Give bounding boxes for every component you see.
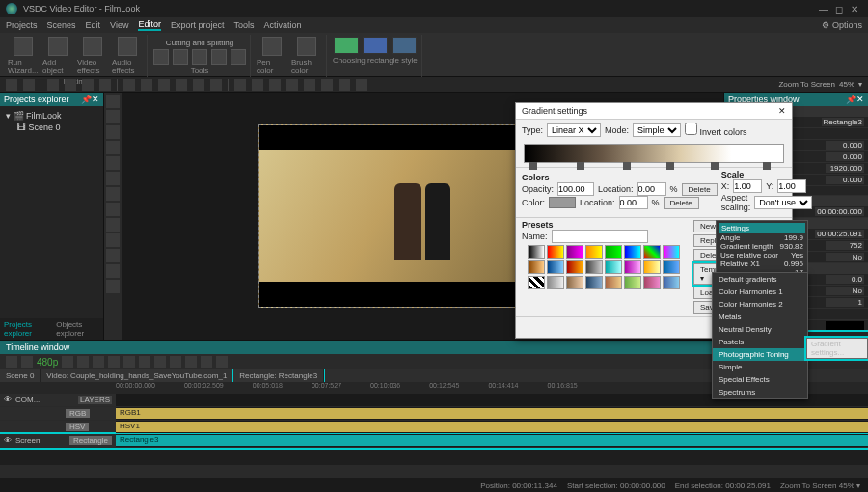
- tb-icon[interactable]: [210, 79, 222, 91]
- tl-icon[interactable]: [170, 356, 181, 368]
- tree-root[interactable]: ▾ 🎬 FilmLook: [6, 110, 97, 122]
- tb-icon[interactable]: [321, 79, 333, 91]
- menu-activation[interactable]: Activation: [263, 20, 301, 30]
- tb-icon[interactable]: [176, 79, 187, 91]
- tb-icon[interactable]: [304, 79, 315, 91]
- tool-icon[interactable]: [231, 49, 246, 65]
- tb-icon[interactable]: [23, 79, 35, 91]
- preset-swatch[interactable]: [624, 245, 641, 259]
- tb-icon[interactable]: [234, 79, 246, 91]
- preset-swatch[interactable]: [643, 245, 661, 259]
- menu-projects[interactable]: Projects: [6, 20, 38, 30]
- preset-swatch[interactable]: [566, 260, 583, 274]
- tb-icon[interactable]: [193, 79, 204, 91]
- vtool-icon[interactable]: [106, 218, 120, 232]
- preview-res[interactable]: 480p: [37, 357, 58, 368]
- preset-swatch[interactable]: [663, 245, 680, 259]
- tl-icon[interactable]: [93, 356, 104, 368]
- zoom-label[interactable]: Zoom To Screen: [778, 80, 835, 89]
- track-screen[interactable]: 👁ScreenRectangle Rectangle3: [0, 434, 868, 448]
- tl-tab-rect[interactable]: Rectangle: Rectangle3: [233, 369, 324, 382]
- preset-swatch[interactable]: [624, 276, 641, 289]
- tl-icon[interactable]: [77, 356, 89, 368]
- tab-projects-explorer[interactable]: Projects explorer: [4, 320, 48, 338]
- aspect-select[interactable]: Don't use: [754, 196, 812, 209]
- tb-icon[interactable]: [6, 79, 17, 91]
- vtool-icon[interactable]: [106, 172, 120, 185]
- tl-tab-video[interactable]: Video: Couple_holding_hands_SaveYouTube.…: [41, 369, 233, 382]
- color-swatch[interactable]: [549, 197, 576, 208]
- run-wizard-button[interactable]: Run Wizard...: [8, 37, 39, 75]
- maximize-button[interactable]: ◻: [831, 4, 847, 14]
- vtool-icon[interactable]: [106, 125, 120, 139]
- tb-icon[interactable]: [252, 79, 263, 91]
- preset-swatch[interactable]: [643, 276, 661, 289]
- preset-swatch[interactable]: [547, 245, 564, 259]
- preset-swatch[interactable]: [605, 245, 622, 259]
- dd-item-selected[interactable]: Photographic Toning: [713, 348, 807, 361]
- tool-icon[interactable]: [173, 49, 188, 65]
- tb-icon[interactable]: [65, 79, 76, 91]
- dd-item[interactable]: Simple: [713, 361, 807, 373]
- mode-select[interactable]: Simple: [633, 123, 681, 137]
- menu-tools[interactable]: Tools: [233, 20, 254, 30]
- tb-icon[interactable]: [123, 79, 135, 91]
- tl-icon[interactable]: [123, 356, 135, 368]
- preset-swatch[interactable]: [605, 260, 622, 274]
- vtool-icon[interactable]: [106, 264, 120, 278]
- tl-icon[interactable]: [201, 356, 212, 368]
- audio-effects-button[interactable]: Audio effects: [112, 37, 143, 75]
- opacity-input[interactable]: [557, 182, 594, 196]
- clip-rgb[interactable]: RGB1: [116, 408, 868, 419]
- dd-item[interactable]: Color Harmonies 1: [713, 286, 807, 298]
- rect-style-1[interactable]: [334, 37, 359, 54]
- preset-swatch[interactable]: [663, 276, 680, 289]
- tb-icon[interactable]: [141, 79, 152, 91]
- tl-tab-scene[interactable]: Scene 0: [0, 369, 41, 382]
- tb-icon[interactable]: [269, 79, 281, 91]
- vtool-icon[interactable]: [106, 233, 120, 247]
- tl-icon[interactable]: [62, 356, 73, 368]
- dd-item[interactable]: Metals: [713, 311, 807, 323]
- tb-icon[interactable]: [158, 79, 170, 91]
- panel-pin-icon[interactable]: 📌✕: [846, 95, 864, 104]
- scale-y-input[interactable]: [777, 179, 806, 193]
- delete-color-button[interactable]: Delete: [664, 197, 699, 209]
- scale-x-input[interactable]: [733, 179, 762, 193]
- preset-swatch[interactable]: [624, 260, 641, 274]
- vtool-icon[interactable]: [106, 110, 120, 123]
- menu-editor[interactable]: Editor: [138, 19, 161, 31]
- video-effects-button[interactable]: Video effects: [77, 37, 108, 75]
- vtool-icon[interactable]: [106, 280, 120, 293]
- track-hsv[interactable]: HSV HSV1: [0, 421, 868, 434]
- dd-item[interactable]: Spectrums: [713, 386, 807, 398]
- tb-icon[interactable]: [356, 79, 367, 91]
- tree-scene[interactable]: 🎞 Scene 0: [6, 122, 97, 133]
- gradient-bar[interactable]: [524, 144, 784, 163]
- tb-icon[interactable]: [339, 79, 350, 91]
- tool-icon[interactable]: [153, 49, 169, 65]
- preset-swatch[interactable]: [566, 276, 583, 289]
- pen-color-button[interactable]: Pen color: [257, 37, 287, 75]
- vtool-icon[interactable]: [106, 203, 120, 216]
- preset-swatch[interactable]: [528, 260, 545, 274]
- clip-rect[interactable]: Rectangle3: [116, 435, 868, 446]
- close-button[interactable]: ✕: [847, 4, 862, 14]
- play-icon[interactable]: [6, 356, 17, 368]
- rect-style-2[interactable]: [363, 37, 388, 54]
- menu-export[interactable]: Export project: [171, 20, 225, 30]
- tb-icon[interactable]: [99, 79, 111, 91]
- dd-item[interactable]: Neutral Density: [713, 323, 807, 336]
- tl-icon[interactable]: [185, 356, 197, 368]
- preset-swatch[interactable]: [528, 276, 545, 289]
- track-rgb[interactable]: RGB RGB1: [0, 407, 868, 421]
- preset-swatch[interactable]: [663, 260, 680, 274]
- tl-icon[interactable]: [216, 356, 228, 368]
- preset-swatch[interactable]: [547, 276, 564, 289]
- tool-icon[interactable]: [211, 49, 227, 65]
- dd-item[interactable]: Special Effects: [713, 373, 807, 386]
- tb-icon[interactable]: [82, 79, 94, 91]
- tb-icon[interactable]: [47, 79, 59, 91]
- location-input2[interactable]: [619, 196, 648, 209]
- add-object-button[interactable]: Add object: [42, 37, 73, 75]
